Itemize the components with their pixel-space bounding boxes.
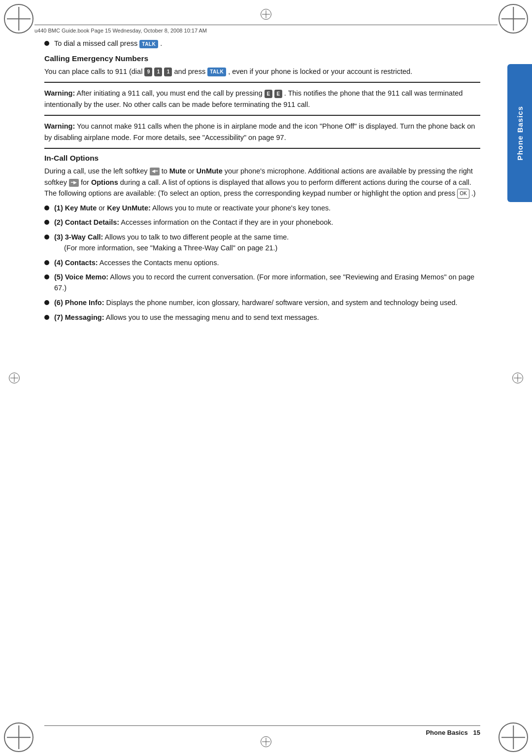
corner-crosshair-tl: [4, 4, 33, 34]
corner-crosshair-br: [499, 722, 528, 752]
dial-1b-key: 1: [164, 68, 172, 76]
bullet-icon-1: [44, 206, 49, 210]
end-key-2: E: [274, 90, 282, 99]
item1-key2: Key UnMute:: [107, 204, 151, 212]
talk-key-2-icon: TALK: [207, 68, 226, 76]
section2-para: During a call, use the left softkey ◀━ t…: [44, 166, 480, 199]
side-tab-label: Phone Basics: [516, 106, 524, 160]
list-item-5: (5) Voice Memo: Allows you to record the…: [44, 272, 480, 294]
item3-sub: (For more information, see "Making a Thr…: [64, 244, 277, 252]
bullet-icon-6: [44, 300, 49, 305]
section2-heading: In-Call Options: [44, 154, 480, 163]
footer-section: Phone Basics: [426, 729, 467, 736]
list-item-4: (4) Contacts: Accesses the Contacts menu…: [44, 258, 480, 269]
list-item-2: (2) Contact Details: Accesses informatio…: [44, 217, 480, 228]
warning1-label: Warning:: [44, 89, 75, 97]
warning2-para: Warning: You cannot make 911 calls when …: [44, 121, 480, 143]
bullet-icon-7: [44, 315, 49, 320]
item2-key: (2) Contact Details:: [54, 218, 119, 226]
ok-key-icon: OK: [457, 189, 469, 199]
bullet-icon-4: [44, 260, 49, 265]
mid-bottom-mark: [261, 736, 271, 747]
left-softkey-icon: ◀━: [150, 168, 160, 175]
item3-key: (3) 3-Way Call:: [54, 233, 103, 241]
list-item-6: (6) Phone Info: Displays the phone numbe…: [44, 298, 480, 309]
warning2-text: You cannot make 911 calls when the phone…: [44, 122, 475, 141]
page-footer: Phone Basics 15: [44, 725, 480, 736]
corner-crosshair-tr: [499, 4, 528, 34]
options-list: (1) Key Mute or Key UnMute: Allows you t…: [44, 203, 480, 323]
footer-spacer: [468, 729, 473, 736]
end-key-1: E: [265, 90, 272, 99]
mid-left-mark: [9, 373, 20, 383]
footer-page: 15: [473, 729, 480, 736]
missed-call-text: To dial a missed call press: [54, 39, 137, 47]
talk-key-icon: TALK: [139, 40, 158, 48]
bullet-icon: [44, 41, 49, 46]
corner-crosshair-bl: [4, 722, 33, 752]
item4-key: (4) Contacts:: [54, 259, 98, 267]
warning1-text: After initiating a 911 call, you must en…: [77, 89, 263, 97]
header-text: u440 BMC Guide.book Page 15 Wednesday, O…: [34, 28, 207, 34]
side-tab: Phone Basics: [507, 64, 532, 202]
mid-right-mark: [512, 373, 523, 383]
list-item-3: (3) 3-Way Call: Allows you to talk to tw…: [44, 232, 480, 254]
warning1-para: Warning: After initiating a 911 call, yo…: [44, 88, 480, 110]
section1-heading: Calling Emergency Numbers: [44, 54, 480, 63]
dial-9-key: 9: [144, 68, 152, 76]
divider-2: [44, 115, 480, 116]
missed-call-bullet: To dial a missed call press TALK .: [44, 38, 480, 49]
item5-key: (5) Voice Memo:: [54, 273, 108, 281]
bullet-icon-3: [44, 235, 49, 240]
divider-3: [44, 148, 480, 149]
warning2-label: Warning:: [44, 122, 75, 130]
list-item-1: (1) Key Mute or Key UnMute: Allows you t…: [44, 203, 480, 214]
item7-key: (7) Messaging:: [54, 313, 104, 321]
section1-para: You can place calls to 911 (dial 9 1 1 a…: [44, 66, 480, 77]
item6-key: (6) Phone Info:: [54, 299, 104, 307]
divider-1: [44, 82, 480, 83]
main-content: To dial a missed call press TALK . Calli…: [44, 38, 480, 717]
bullet-icon-2: [44, 220, 49, 225]
dial-1a-key: 1: [154, 68, 162, 76]
bullet-icon-5: [44, 275, 49, 279]
list-item-7: (7) Messaging: Allows you to use the mes…: [44, 312, 480, 323]
item1-key: (1) Key Mute: [54, 204, 97, 212]
page-header: u440 BMC Guide.book Page 15 Wednesday, O…: [34, 25, 498, 34]
mid-top-mark: [261, 9, 271, 20]
right-softkey-icon: ━▶: [69, 179, 79, 187]
